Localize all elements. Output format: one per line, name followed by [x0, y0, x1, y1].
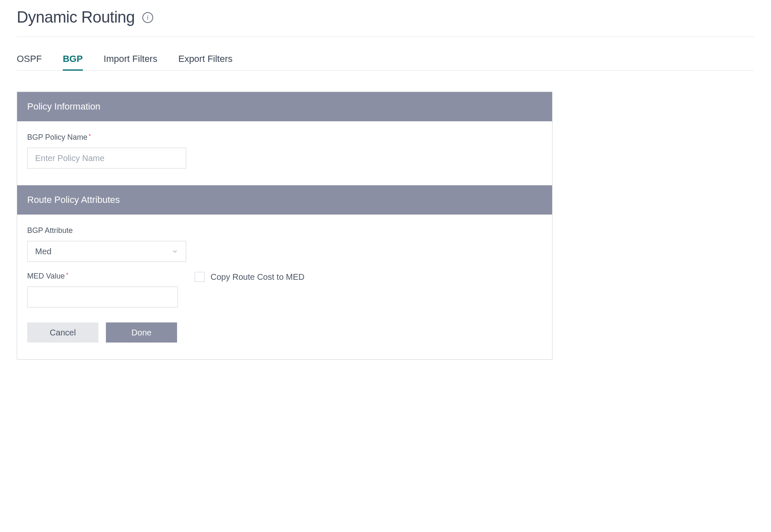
form-card: Policy Information BGP Policy Name * Rou… [17, 92, 553, 360]
copy-route-cost-checkbox[interactable] [195, 272, 205, 282]
required-indicator: * [66, 272, 68, 278]
bgp-attribute-value: Med [35, 247, 51, 256]
required-indicator: * [89, 133, 91, 139]
tab-import-filters[interactable]: Import Filters [104, 54, 157, 70]
tab-ospf[interactable]: OSPF [17, 54, 42, 70]
cancel-button[interactable]: Cancel [27, 322, 98, 343]
tab-bgp[interactable]: BGP [63, 54, 83, 71]
copy-route-cost-label: Copy Route Cost to MED [211, 272, 305, 282]
policy-name-input[interactable] [27, 148, 186, 169]
page-title: Dynamic Routing [17, 8, 135, 26]
info-icon[interactable]: i [142, 12, 153, 23]
med-value-input[interactable] [27, 286, 178, 307]
done-button[interactable]: Done [106, 322, 177, 343]
bgp-attribute-select[interactable]: Med [27, 241, 186, 262]
chevron-down-icon [172, 248, 178, 255]
bgp-attribute-label: BGP Attribute [27, 226, 542, 235]
page-header: Dynamic Routing i [17, 8, 754, 37]
section-header-route-attributes: Route Policy Attributes [17, 185, 552, 215]
tabs-container: OSPF BGP Import Filters Export Filters [17, 37, 754, 71]
policy-name-label: BGP Policy Name * [27, 133, 542, 142]
section-body-route-attributes: BGP Attribute Med MED Value * Copy Route… [17, 215, 552, 359]
med-value-label: MED Value * [27, 272, 178, 281]
section-body-policy-info: BGP Policy Name * [17, 121, 552, 185]
tab-export-filters[interactable]: Export Filters [178, 54, 233, 70]
section-header-policy-info: Policy Information [17, 92, 552, 121]
